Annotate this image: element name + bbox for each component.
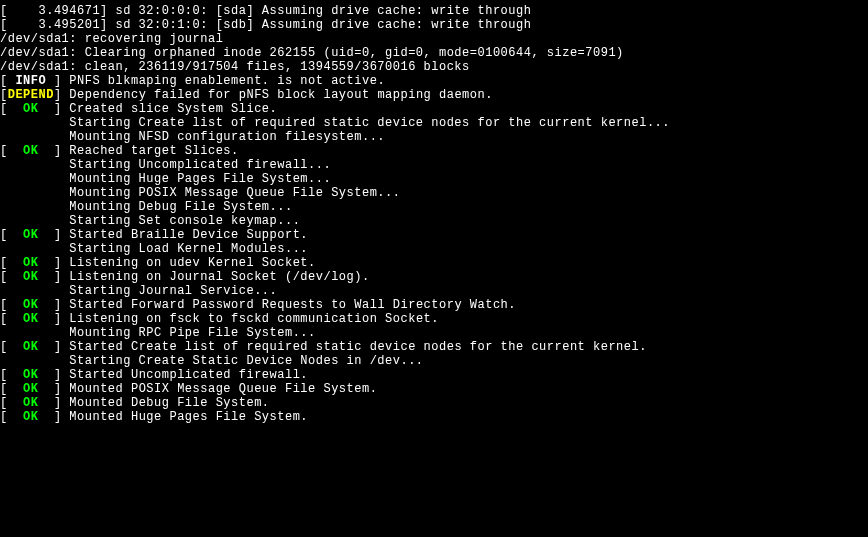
console-text: Starting Uncomplicated firewall...: [0, 158, 331, 172]
status-message: Started Create list of required static d…: [69, 340, 647, 354]
status-bracket: [: [0, 256, 8, 270]
status-message: Listening on fsck to fsckd communication…: [69, 312, 439, 326]
status-bracket: ]: [54, 228, 69, 242]
status-bracket: [: [0, 410, 8, 424]
console-line: Starting Create list of required static …: [0, 116, 868, 130]
status-message: Reached target Slices.: [69, 144, 238, 158]
status-bracket: ]: [54, 396, 69, 410]
console-line: [DEPEND] Dependency failed for pNFS bloc…: [0, 88, 868, 102]
console-text: /dev/sda1: clean, 236119/917504 files, 1…: [0, 60, 470, 74]
status-bracket: [: [0, 368, 8, 382]
console-line: [ OK ] Listening on fsck to fsckd commun…: [0, 312, 868, 326]
status-bracket: [: [0, 298, 8, 312]
status-message: Mounted Debug File System.: [69, 396, 269, 410]
console-line: [ OK ] Reached target Slices.: [0, 144, 868, 158]
console-text: Mounting POSIX Message Queue File System…: [0, 186, 400, 200]
console-line: Mounting NFSD configuration filesystem..…: [0, 130, 868, 144]
status-bracket: ]: [54, 270, 69, 284]
console-text: [ 3.495201] sd 32:0:1:0: [sdb] Assuming …: [0, 18, 531, 32]
status-bracket: ]: [54, 256, 69, 270]
status-bracket: [: [0, 396, 8, 410]
status-bracket: [: [0, 312, 8, 326]
status-label: DEPEND: [8, 88, 54, 102]
console-line: [ OK ] Mounted Debug File System.: [0, 396, 868, 410]
status-label: OK: [8, 298, 54, 312]
console-line: Starting Create Static Device Nodes in /…: [0, 354, 868, 368]
console-line: Starting Journal Service...: [0, 284, 868, 298]
console-line: [ OK ] Mounted POSIX Message Queue File …: [0, 382, 868, 396]
status-label: OK: [8, 144, 54, 158]
status-message: Mounted POSIX Message Queue File System.: [69, 382, 377, 396]
status-message: Created slice System Slice.: [69, 102, 277, 116]
status-message: Listening on Journal Socket (/dev/log).: [69, 270, 369, 284]
console-line: /dev/sda1: Clearing orphaned inode 26215…: [0, 46, 868, 60]
console-line: Starting Load Kernel Modules...: [0, 242, 868, 256]
console-line: Mounting POSIX Message Queue File System…: [0, 186, 868, 200]
console-line: [ OK ] Mounted Huge Pages File System.: [0, 410, 868, 424]
console-text: Mounting RPC Pipe File System...: [0, 326, 316, 340]
status-bracket: ]: [54, 382, 69, 396]
status-bracket: [: [0, 74, 8, 88]
status-bracket: [: [0, 270, 8, 284]
console-text: /dev/sda1: recovering journal: [0, 32, 223, 46]
status-bracket: ]: [54, 410, 69, 424]
console-line: Mounting RPC Pipe File System...: [0, 326, 868, 340]
console-line: [ OK ] Listening on Journal Socket (/dev…: [0, 270, 868, 284]
status-label: OK: [8, 410, 54, 424]
console-text: /dev/sda1: Clearing orphaned inode 26215…: [0, 46, 624, 60]
console-text: Starting Set console keymap...: [0, 214, 300, 228]
console-text: Starting Load Kernel Modules...: [0, 242, 308, 256]
status-bracket: [: [0, 88, 8, 102]
console-line: [ OK ] Started Create list of required s…: [0, 340, 868, 354]
status-bracket: ]: [54, 74, 69, 88]
status-bracket: [: [0, 340, 8, 354]
status-bracket: ]: [54, 312, 69, 326]
console-line: [ 3.494671] sd 32:0:0:0: [sda] Assuming …: [0, 4, 868, 18]
console-line: /dev/sda1: clean, 236119/917504 files, 1…: [0, 60, 868, 74]
console-text: Starting Journal Service...: [0, 284, 277, 298]
console-text: Starting Create list of required static …: [0, 116, 670, 130]
console-text: [ 3.494671] sd 32:0:0:0: [sda] Assuming …: [0, 4, 531, 18]
status-bracket: ]: [54, 298, 69, 312]
status-label: OK: [8, 270, 54, 284]
console-line: [ OK ] Started Forward Password Requests…: [0, 298, 868, 312]
status-message: Dependency failed for pNFS block layout …: [69, 88, 493, 102]
console-line: [ OK ] Listening on udev Kernel Socket.: [0, 256, 868, 270]
status-bracket: ]: [54, 102, 69, 116]
console-line: /dev/sda1: recovering journal: [0, 32, 868, 46]
status-message: PNFS blkmaping enablement. is not active…: [69, 74, 385, 88]
console-line: [ OK ] Created slice System Slice.: [0, 102, 868, 116]
status-label: OK: [8, 312, 54, 326]
status-label: OK: [8, 368, 54, 382]
status-label: OK: [8, 382, 54, 396]
console-text: Starting Create Static Device Nodes in /…: [0, 354, 424, 368]
status-label: OK: [8, 102, 54, 116]
status-bracket: [: [0, 144, 8, 158]
console-line: Mounting Debug File System...: [0, 200, 868, 214]
status-bracket: ]: [54, 144, 69, 158]
status-bracket: ]: [54, 340, 69, 354]
status-label: OK: [8, 228, 54, 242]
status-label: OK: [8, 396, 54, 410]
status-bracket: ]: [54, 88, 69, 102]
status-message: Mounted Huge Pages File System.: [69, 410, 308, 424]
status-message: Listening on udev Kernel Socket.: [69, 256, 315, 270]
status-label: OK: [8, 256, 54, 270]
console-line: [ 3.495201] sd 32:0:1:0: [sdb] Assuming …: [0, 18, 868, 32]
status-bracket: [: [0, 228, 8, 242]
status-bracket: [: [0, 382, 8, 396]
console-line: [ INFO ] PNFS blkmaping enablement. is n…: [0, 74, 868, 88]
console-line: Starting Uncomplicated firewall...: [0, 158, 868, 172]
status-bracket: [: [0, 102, 8, 116]
console-text: Mounting Huge Pages File System...: [0, 172, 331, 186]
status-bracket: ]: [54, 368, 69, 382]
status-message: Started Braille Device Support.: [69, 228, 308, 242]
console-text: Mounting NFSD configuration filesystem..…: [0, 130, 385, 144]
boot-console: [ 3.494671] sd 32:0:0:0: [sda] Assuming …: [0, 0, 868, 424]
console-line: Starting Set console keymap...: [0, 214, 868, 228]
status-label: INFO: [8, 74, 54, 88]
console-line: [ OK ] Started Uncomplicated firewall.: [0, 368, 868, 382]
console-text: Mounting Debug File System...: [0, 200, 293, 214]
status-message: Started Uncomplicated firewall.: [69, 368, 308, 382]
console-line: [ OK ] Started Braille Device Support.: [0, 228, 868, 242]
